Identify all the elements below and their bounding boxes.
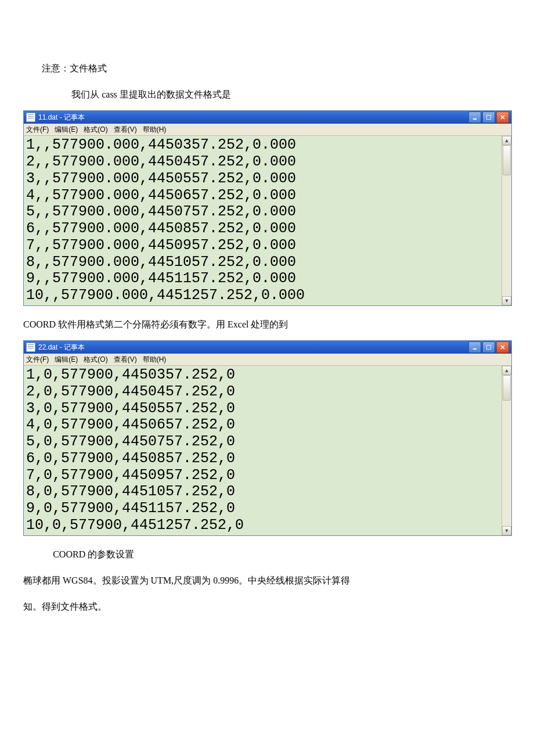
menu-format[interactable]: 格式(O) <box>84 125 107 135</box>
menu-file[interactable]: 文件(F) <box>26 355 49 365</box>
window-buttons <box>468 111 509 123</box>
minimize-button[interactable] <box>468 111 481 123</box>
text-latin-coord: COORD <box>23 319 56 329</box>
menu-edit[interactable]: 编辑(E) <box>55 125 78 135</box>
file-content: 1,0,577900,4450357.252,0 2,0,577900,4450… <box>26 367 501 534</box>
paragraph-note: 注意：文件格式 <box>23 58 511 78</box>
text-fragment: 。投影设置为 <box>93 575 151 585</box>
scroll-track[interactable] <box>502 145 511 296</box>
svg-rect-0 <box>473 118 477 120</box>
menubar: 文件(F) 编辑(E) 格式(O) 查看(V) 帮助(H) <box>24 124 511 136</box>
text-area[interactable]: 1,,577900.000,4450357.252,0.000 2,,57790… <box>24 136 511 305</box>
window-buttons <box>468 341 509 353</box>
menubar: 文件(F) 编辑(E) 格式(O) 查看(V) 帮助(H) <box>24 354 511 366</box>
svg-rect-5 <box>486 345 491 350</box>
scroll-down-button[interactable]: ▼ <box>502 296 511 305</box>
menu-view[interactable]: 查看(V) <box>114 355 137 365</box>
vertical-scrollbar[interactable]: ▲ ▼ <box>501 366 511 535</box>
scroll-thumb[interactable] <box>503 145 511 175</box>
text-fragment: 里提取出的数据文件格式是 <box>117 89 231 99</box>
menu-file[interactable]: 文件(F) <box>26 125 49 135</box>
text-latin-coord2: COORD <box>53 549 85 559</box>
text-fragment: 尺度调为 <box>174 575 213 585</box>
text-latin-cass: cass <box>102 89 117 99</box>
window-title: 11.dat - 记事本 <box>38 113 85 123</box>
close-button[interactable] <box>496 111 509 123</box>
text-latin-excel: Excel <box>228 319 248 329</box>
text-fragment: 椭球都用 <box>23 575 63 585</box>
vertical-scrollbar[interactable]: ▲ ▼ <box>501 136 511 305</box>
text-fragment: 。中央经线根据实际计算得 <box>239 575 350 585</box>
window-title: 22.dat - 记事本 <box>38 343 85 352</box>
scroll-track[interactable] <box>502 375 511 526</box>
text-fragment: 我们从 <box>71 89 102 99</box>
menu-format[interactable]: 格式(O) <box>84 355 107 365</box>
minimize-button[interactable] <box>468 341 481 353</box>
file-content: 1,,577900.000,4450357.252,0.000 2,,57790… <box>26 137 501 304</box>
document-page: 注意：文件格式 我们从 cass 里提取出的数据文件格式是 11.dat - 记… <box>0 0 534 646</box>
titlebar[interactable]: 11.dat - 记事本 <box>24 111 511 124</box>
text-fragment: 处理的到 <box>248 319 288 329</box>
menu-view[interactable]: 查看(V) <box>114 125 137 135</box>
maximize-button[interactable] <box>482 111 495 123</box>
paragraph-ellipsoid-line1: 椭球都用 WGS84。投影设置为 UTM,尺度调为 0.9996。中央经线根据实… <box>23 570 511 591</box>
paragraph-cass-intro: 我们从 cass 里提取出的数据文件格式是 <box>23 84 511 105</box>
text-area[interactable]: 1,0,577900,4450357.252,0 2,0,577900,4450… <box>24 366 511 535</box>
svg-rect-1 <box>486 115 491 120</box>
paragraph-ellipsoid-line2: 知。得到文件格式。 <box>23 596 511 617</box>
scroll-thumb[interactable] <box>503 375 511 401</box>
menu-help[interactable]: 帮助(H) <box>143 355 167 365</box>
notepad-window-11dat: 11.dat - 记事本 文件(F) 编辑(E) 格式(O) 查看(V) 帮助(… <box>23 110 512 306</box>
text-latin-utm: UTM, <box>151 575 174 585</box>
text-fragment: 软件用格式第二个分隔符必须有数字。用 <box>56 319 228 329</box>
close-button[interactable] <box>496 341 509 353</box>
scroll-up-button[interactable]: ▲ <box>502 136 511 145</box>
text-latin-wgs84: WGS84 <box>63 575 93 585</box>
notepad-window-22dat: 22.dat - 记事本 文件(F) 编辑(E) 格式(O) 查看(V) 帮助(… <box>23 340 512 536</box>
scroll-up-button[interactable]: ▲ <box>502 366 511 375</box>
document-icon <box>26 343 35 352</box>
text-latin-scale: 0.9996 <box>213 575 239 585</box>
scroll-down-button[interactable]: ▼ <box>502 526 511 535</box>
text-fragment: 的参数设置 <box>85 549 134 559</box>
maximize-button[interactable] <box>482 341 495 353</box>
document-icon <box>26 113 35 122</box>
menu-help[interactable]: 帮助(H) <box>143 125 167 135</box>
svg-rect-4 <box>473 348 477 350</box>
paragraph-coord-format: COORD 软件用格式第二个分隔符必须有数字。用 Excel 处理的到 <box>23 314 511 334</box>
paragraph-coord-settings: COORD 的参数设置 <box>23 544 511 564</box>
titlebar[interactable]: 22.dat - 记事本 <box>24 341 511 354</box>
menu-edit[interactable]: 编辑(E) <box>55 355 78 365</box>
